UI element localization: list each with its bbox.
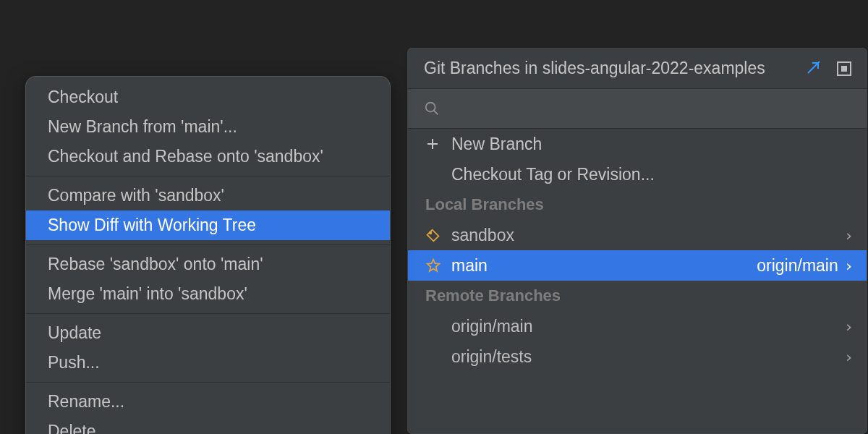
popup-title-icons <box>804 59 854 78</box>
ctx-show-diff[interactable]: Show Diff with Working Tree <box>26 210 390 240</box>
expand-icon[interactable] <box>835 59 854 78</box>
branch-search[interactable] <box>408 89 867 129</box>
pin-icon[interactable] <box>804 59 823 78</box>
ctx-update[interactable]: Update <box>26 318 390 348</box>
branch-main[interactable]: main origin/main › <box>408 250 867 281</box>
svg-point-3 <box>430 231 432 234</box>
star-icon <box>425 258 451 273</box>
chevron-right-icon: › <box>844 348 854 366</box>
plus-icon <box>425 137 451 151</box>
separator <box>26 313 390 314</box>
remote-branches-header: Remote Branches <box>408 281 867 311</box>
ctx-compare-with[interactable]: Compare with 'sandbox' <box>26 181 390 210</box>
chevron-right-icon: › <box>844 318 854 336</box>
chevron-right-icon: › <box>844 226 854 244</box>
local-branches-header: Local Branches <box>408 190 867 220</box>
svg-point-2 <box>426 103 435 112</box>
ctx-checkout-rebase[interactable]: Checkout and Rebase onto 'sandbox' <box>26 142 390 171</box>
ctx-delete[interactable]: Delete <box>26 417 390 434</box>
ctx-rebase-onto[interactable]: Rebase 'sandbox' onto 'main' <box>26 250 390 279</box>
branch-label: main <box>451 256 757 276</box>
separator <box>26 382 390 383</box>
search-icon <box>424 101 440 116</box>
branch-label: sandbox <box>451 226 844 245</box>
ctx-checkout[interactable]: Checkout <box>26 82 390 112</box>
popup-titlebar: Git Branches in slides-angular-2022-exam… <box>408 48 867 89</box>
new-branch-action[interactable]: New Branch <box>408 129 867 159</box>
chevron-right-icon: › <box>844 257 854 275</box>
branches-list: New Branch Checkout Tag or Revision... L… <box>408 129 867 433</box>
branch-search-input[interactable] <box>447 99 851 118</box>
branch-context-menu: Checkout New Branch from 'main'... Check… <box>25 76 391 434</box>
branch-sandbox[interactable]: sandbox › <box>408 220 867 250</box>
new-branch-label: New Branch <box>451 135 854 154</box>
popup-title: Git Branches in slides-angular-2022-exam… <box>424 59 804 78</box>
ctx-push[interactable]: Push... <box>26 348 390 378</box>
separator <box>26 176 390 176</box>
svg-rect-1 <box>842 67 846 71</box>
branch-origin-tests[interactable]: origin/tests › <box>408 341 867 372</box>
branch-label: origin/tests <box>451 347 844 367</box>
ctx-rename[interactable]: Rename... <box>26 387 390 417</box>
branch-label: origin/main <box>451 317 844 336</box>
checkout-tag-label: Checkout Tag or Revision... <box>451 165 854 184</box>
ctx-merge-into[interactable]: Merge 'main' into 'sandbox' <box>26 279 390 309</box>
ctx-new-branch-from[interactable]: New Branch from 'main'... <box>26 112 390 142</box>
checkout-tag-action[interactable]: Checkout Tag or Revision... <box>408 159 867 190</box>
git-branches-popup: Git Branches in slides-angular-2022-exam… <box>407 48 867 434</box>
tracking-label: origin/main <box>757 256 838 276</box>
tag-icon <box>425 228 451 243</box>
separator <box>26 244 390 245</box>
branch-origin-main[interactable]: origin/main › <box>408 311 867 341</box>
